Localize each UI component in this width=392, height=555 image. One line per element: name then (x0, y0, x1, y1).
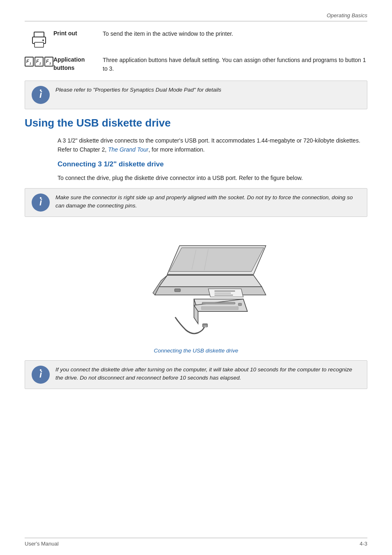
usb-diskette-illustration (114, 225, 278, 344)
footer-right: 4-3 (360, 541, 367, 547)
print-out-desc: To send the item in the active window to… (103, 30, 367, 38)
app-buttons-icon: F 1 F 2 F 3 (25, 57, 53, 67)
svg-rect-22 (202, 302, 235, 304)
svg-text:3: 3 (49, 62, 51, 65)
svg-marker-11 (169, 248, 264, 272)
svg-rect-29 (214, 292, 231, 294)
app-buttons-content: Application buttons Three application bu… (53, 56, 367, 73)
svg-text:2: 2 (39, 62, 41, 65)
connecting-body: To connect the drive, plug the diskette … (25, 173, 367, 182)
printer-icon-container (25, 30, 53, 48)
usb-body-text: A 3 1/2" diskette drive connects to the … (25, 136, 367, 154)
svg-text:1: 1 (30, 62, 31, 65)
diagram-container: Connecting the USB diskette drive (25, 225, 367, 354)
svg-marker-12 (159, 275, 262, 287)
info-icon-1: i (32, 86, 50, 104)
info-box-3: i If you connect the diskette drive afte… (25, 360, 367, 389)
page-footer: User's Manual 4-3 (25, 538, 367, 547)
print-out-label: Print out (53, 30, 103, 38)
svg-rect-28 (214, 290, 235, 292)
info-text-2: Make sure the connector is right side up… (55, 193, 360, 210)
svg-text:F: F (46, 59, 49, 64)
info-box-1: i Please refer to "Properties for Synapt… (25, 81, 367, 109)
svg-rect-30 (214, 295, 233, 296)
connecting-heading: Connecting 3 1/2" diskette drive (58, 160, 367, 168)
page: Operating Basics Print out To send the i… (0, 0, 392, 555)
info-box-2: i Make sure the connector is right side … (25, 188, 367, 217)
header-title: Operating Basics (327, 12, 367, 18)
print-out-row: Print out To send the item in the active… (25, 30, 367, 48)
svg-rect-17 (175, 289, 180, 292)
app-buttons-row: F 1 F 2 F 3 Appli (25, 56, 367, 73)
info-text-1: Please refer to "Properties for Synaptic… (55, 86, 221, 94)
svg-point-3 (42, 39, 44, 41)
info-icon-3: i (32, 366, 50, 384)
usb-body-end: , for more information. (148, 146, 205, 153)
svg-text:F: F (36, 59, 39, 64)
usb-section-heading: Using the USB diskette drive (25, 117, 367, 129)
footer-left: User's Manual (25, 541, 59, 547)
app-buttons-label: Application buttons (53, 56, 103, 72)
grand-tour-link[interactable]: The Grand Tour (108, 146, 148, 153)
app-btn-3: F 3 (44, 57, 53, 67)
diagram-caption: Connecting the USB diskette drive (154, 348, 238, 354)
svg-rect-23 (238, 303, 242, 306)
svg-text:F: F (26, 59, 29, 64)
svg-rect-2 (35, 42, 44, 47)
svg-rect-24 (201, 306, 238, 310)
svg-rect-26 (203, 325, 207, 327)
page-header: Operating Basics (25, 12, 367, 21)
print-out-content: Print out To send the item in the active… (53, 30, 367, 38)
info-text-3: If you connect the diskette drive after … (55, 366, 360, 382)
subsection-container: Connecting 3 1/2" diskette drive (25, 160, 367, 168)
app-btn-2: F 2 (35, 57, 44, 67)
app-buttons-desc: Three application buttons have default s… (103, 56, 367, 73)
usb-body-main: A 3 1/2" diskette drive connects to the … (58, 137, 360, 153)
app-buttons-icon-container: F 1 F 2 F 3 (25, 56, 53, 67)
printer-icon (30, 30, 48, 48)
app-btn-1: F 1 (25, 57, 34, 67)
info-icon-2: i (32, 193, 50, 212)
